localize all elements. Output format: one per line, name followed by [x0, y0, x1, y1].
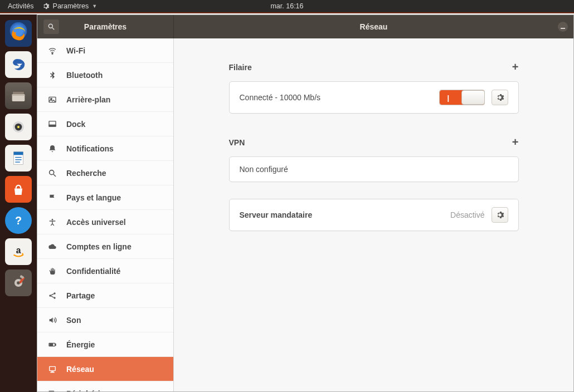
switch-on-indicator: |	[447, 94, 450, 102]
sidebar-item-label: Pays et langue	[66, 193, 166, 202]
svg-rect-32	[50, 344, 52, 345]
sidebar-search-button[interactable]	[43, 19, 60, 35]
chevron-right-icon: ›	[163, 389, 166, 392]
sidebar-item-sharing[interactable]: Partage	[37, 283, 173, 308]
battery-icon	[47, 340, 57, 349]
wired-section: Filaire + Connecté - 10000 Mb/s |	[229, 61, 519, 114]
sidebar-item-label: Notifications	[66, 144, 166, 153]
launcher-software[interactable]	[5, 176, 32, 203]
sidebar-item-search[interactable]: Recherche	[37, 161, 173, 185]
background-icon	[47, 95, 57, 104]
wired-status: Connecté - 10000 Mb/s	[240, 93, 432, 102]
sidebar-item-label: Bluetooth	[66, 71, 166, 80]
launcher-files[interactable]	[5, 82, 32, 109]
svg-text:?: ?	[15, 214, 22, 227]
activities-button[interactable]: Activités	[8, 2, 34, 10]
proxy-status: Désactivé	[450, 210, 484, 219]
app-menu-label: Paramètres	[53, 2, 89, 10]
sidebar-item-label: Périphériques	[66, 389, 154, 392]
gear-icon	[42, 2, 50, 10]
launcher-writer[interactable]	[5, 145, 32, 171]
add-vpn-button[interactable]: +	[512, 136, 519, 149]
sidebar-item-power[interactable]: Énergie	[37, 332, 173, 357]
gear-icon	[495, 93, 504, 102]
network-icon	[47, 365, 57, 374]
proxy-label: Serveur mandataire	[240, 210, 444, 219]
sidebar-item-background[interactable]: Arrière-plan	[37, 87, 173, 112]
vpn-heading: VPN	[229, 138, 245, 147]
proxy-settings-button[interactable]	[492, 207, 508, 223]
svg-point-16	[48, 24, 52, 28]
flag-icon	[47, 193, 57, 202]
sidebar-item-notifications[interactable]: Notifications	[37, 136, 173, 161]
svg-rect-1	[13, 92, 24, 94]
sidebar-item-label: Confidentialité	[66, 267, 166, 276]
settings-window: Paramètres Réseau Wi-Fi Bluetooth Arrièr…	[37, 14, 574, 392]
launcher-thunderbird[interactable]	[5, 51, 32, 78]
clock[interactable]: mar. 16:16	[270, 2, 303, 10]
svg-rect-23	[49, 125, 56, 126]
share-icon	[47, 291, 57, 300]
launcher-settings[interactable]	[5, 270, 32, 296]
sidebar-item-label: Wi-Fi	[66, 46, 166, 55]
launcher-amazon[interactable]: a	[5, 238, 32, 265]
wired-toggle[interactable]: |	[439, 90, 485, 105]
svg-text:a: a	[16, 246, 21, 255]
svg-point-19	[52, 53, 53, 54]
sidebar-title: Paramètres	[84, 22, 127, 31]
sidebar-item-sound[interactable]: Son	[37, 308, 173, 332]
sidebar-item-devices[interactable]: Périphériques ›	[37, 381, 173, 391]
svg-rect-36	[49, 391, 54, 391]
vpn-status: Non configuré	[240, 165, 508, 174]
sidebar-item-wifi[interactable]: Wi-Fi	[37, 38, 173, 63]
bluetooth-icon	[47, 71, 57, 80]
svg-rect-3	[12, 94, 25, 96]
sidebar-item-label: Partage	[66, 291, 166, 300]
hand-icon	[47, 267, 57, 276]
cloud-icon	[47, 242, 57, 251]
sidebar-item-region[interactable]: Pays et langue	[37, 185, 173, 210]
svg-point-6	[17, 126, 20, 128]
headerbar-right: Réseau	[174, 15, 573, 38]
wired-settings-button[interactable]	[492, 90, 508, 105]
sidebar-item-dock[interactable]: Dock	[37, 112, 173, 136]
sidebar-item-online-accounts[interactable]: Comptes en ligne	[37, 234, 173, 259]
sidebar-item-privacy[interactable]: Confidentialité	[37, 259, 173, 283]
app-menu[interactable]: Paramètres ▼	[42, 2, 98, 10]
settings-sidebar: Wi-Fi Bluetooth Arrière-plan Dock Notifi…	[37, 38, 174, 391]
svg-rect-35	[51, 372, 55, 373]
headerbar-left: Paramètres	[37, 15, 174, 38]
window-close-button[interactable]	[558, 22, 568, 32]
content-title: Réseau	[360, 22, 388, 31]
devices-icon	[47, 389, 57, 392]
sidebar-item-label: Accès universel	[66, 218, 166, 227]
gear-icon	[495, 210, 504, 219]
search-icon	[47, 169, 57, 178]
add-wired-button[interactable]: +	[512, 61, 519, 74]
bell-icon	[47, 144, 57, 153]
svg-point-24	[50, 170, 54, 174]
sound-icon	[47, 316, 57, 325]
sidebar-item-label: Dock	[66, 120, 166, 129]
svg-rect-31	[55, 344, 56, 345]
svg-rect-8	[14, 152, 23, 155]
sidebar-item-accessibility[interactable]: Accès universel	[37, 210, 173, 234]
wired-heading: Filaire	[229, 63, 252, 72]
sidebar-item-label: Recherche	[66, 169, 166, 178]
sidebar-item-label: Son	[66, 316, 166, 325]
sidebar-item-network[interactable]: Réseau	[37, 357, 173, 381]
svg-rect-33	[50, 366, 56, 370]
vpn-section: VPN + Non configuré	[229, 136, 519, 182]
launcher-firefox[interactable]	[5, 20, 32, 47]
launcher-dock: ? a	[0, 14, 37, 392]
svg-line-17	[52, 28, 55, 30]
system-top-bar: Activités Paramètres ▼ mar. 16:16	[0, 0, 574, 13]
launcher-help[interactable]: ?	[5, 207, 32, 234]
sidebar-item-bluetooth[interactable]: Bluetooth	[37, 63, 173, 87]
settings-content: Filaire + Connecté - 10000 Mb/s |	[174, 38, 573, 391]
sidebar-item-label: Énergie	[66, 340, 166, 349]
launcher-rhythmbox[interactable]	[5, 114, 32, 140]
dropdown-arrow-icon: ▼	[92, 3, 97, 9]
search-icon	[47, 23, 55, 31]
dock-icon	[47, 120, 57, 129]
